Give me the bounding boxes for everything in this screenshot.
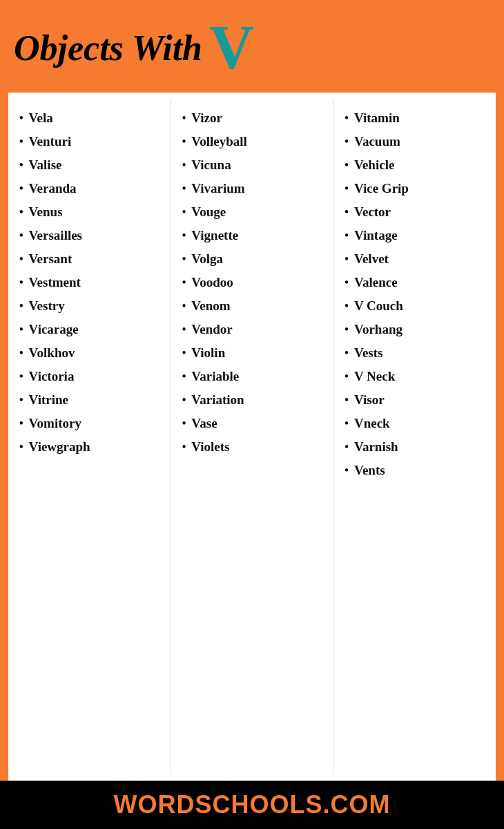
list-item: •Vizor xyxy=(182,106,328,130)
list-item: •Viewgraph xyxy=(19,435,165,459)
list-item: •Vivarium xyxy=(182,177,328,200)
bullet-icon: • xyxy=(182,112,186,124)
bullet-icon: • xyxy=(19,182,23,195)
bullet-icon: • xyxy=(345,112,349,124)
list-item: •Variation xyxy=(182,388,328,412)
bullet-icon: • xyxy=(182,159,186,171)
list-item: •Valence xyxy=(345,271,490,294)
list-item: •Vestry xyxy=(19,294,165,318)
list-item: •Victoria xyxy=(19,365,165,388)
list-item: •Vents xyxy=(345,459,490,482)
bullet-icon: • xyxy=(345,394,349,406)
bullet-icon: • xyxy=(182,135,186,148)
list-item-text: Violin xyxy=(191,345,225,361)
bullet-icon: • xyxy=(182,253,186,265)
list-item-text: Vivarium xyxy=(191,181,244,196)
list-item-text: Vents xyxy=(354,463,385,478)
list-item-text: Vacuum xyxy=(354,134,400,149)
list-item: •V Neck xyxy=(345,365,490,388)
list-item-text: Venom xyxy=(191,298,230,314)
list-item-text: Vests xyxy=(354,345,383,361)
bullet-icon: • xyxy=(345,370,349,383)
list-item-text: Vice Grip xyxy=(354,181,409,196)
list-item: •Violets xyxy=(182,435,328,459)
list-item: •Vehicle xyxy=(345,153,490,177)
bullet-icon: • xyxy=(19,394,23,406)
list-item: •Volga xyxy=(182,247,328,271)
list-item: •Volleyball xyxy=(182,130,328,153)
bullet-icon: • xyxy=(19,300,23,312)
list-item-text: Vouge xyxy=(191,204,226,220)
list-item: •Volkhov xyxy=(19,341,165,365)
list-item-text: Vehicle xyxy=(354,158,394,173)
list-item-text: V Neck xyxy=(354,369,395,384)
list-item-text: Vintage xyxy=(354,228,398,243)
header: Objects With V xyxy=(0,0,504,93)
list-item-text: Vitrine xyxy=(29,392,68,408)
list-item-text: Voodoo xyxy=(191,275,233,290)
list-item-text: Valise xyxy=(29,158,62,173)
bullet-icon: • xyxy=(345,347,349,359)
list-item-text: Variable xyxy=(191,369,239,384)
bullet-icon: • xyxy=(19,159,23,171)
bullet-icon: • xyxy=(182,441,186,453)
list-item: •Vneck xyxy=(345,412,490,435)
list-item: •Vitamin xyxy=(345,106,490,130)
header-title: Objects With xyxy=(14,28,202,68)
bullet-icon: • xyxy=(19,323,23,336)
list-item-text: Varnish xyxy=(354,439,398,455)
list-item: •Vector xyxy=(345,200,490,224)
list-item: •Variable xyxy=(182,365,328,388)
list-item-text: Vicuna xyxy=(191,158,231,173)
list-item-text: V Couch xyxy=(354,298,403,314)
list-item-text: Velvet xyxy=(354,251,389,267)
list-item-text: Vitamin xyxy=(354,111,400,126)
bullet-icon: • xyxy=(345,135,349,148)
bullet-icon: • xyxy=(345,253,349,265)
list-item-text: Viewgraph xyxy=(29,439,90,455)
list-item-text: Vendor xyxy=(191,322,232,337)
list-item-text: Volleyball xyxy=(191,134,247,149)
bullet-icon: • xyxy=(19,253,23,265)
list-item-text: Venturi xyxy=(29,134,72,149)
list-item-text: Versant xyxy=(29,251,72,267)
list-item-text: Valence xyxy=(354,275,398,290)
bullet-icon: • xyxy=(19,276,23,289)
bullet-icon: • xyxy=(19,441,23,453)
bullet-icon: • xyxy=(345,464,349,477)
list-item-text: Vestment xyxy=(29,275,81,290)
list-item: •Vomitory xyxy=(19,412,165,435)
list-item: •Vestment xyxy=(19,271,165,294)
bullet-icon: • xyxy=(19,417,23,430)
list-item: •Vicarage xyxy=(19,318,165,341)
bullet-icon: • xyxy=(345,441,349,453)
list-item: •Vitrine xyxy=(19,388,165,412)
list-item-text: Vestry xyxy=(29,298,65,314)
bullet-icon: • xyxy=(182,347,186,359)
bullet-icon: • xyxy=(19,229,23,242)
bullet-icon: • xyxy=(19,112,23,124)
list-item: •Violin xyxy=(182,341,328,365)
list-item-text: Vorhang xyxy=(354,322,403,337)
bullet-icon: • xyxy=(182,394,186,406)
list-item-text: Variation xyxy=(191,392,244,408)
list-item: •Vintage xyxy=(345,224,490,247)
list-item-text: Versailles xyxy=(29,228,82,243)
list-item-text: Visor xyxy=(354,392,385,408)
list-item: •Valise xyxy=(19,153,165,177)
list-item: •Versailles xyxy=(19,224,165,247)
list-item-text: Violets xyxy=(191,439,229,455)
list-item: •Vendor xyxy=(182,318,328,341)
list-item-text: Volkhov xyxy=(29,345,75,361)
list-item-text: Vignette xyxy=(191,228,238,243)
bullet-icon: • xyxy=(182,206,186,218)
column-2: •Vizor•Volleyball•Vicuna•Vivarium•Vouge•… xyxy=(171,99,334,774)
bullet-icon: • xyxy=(19,206,23,218)
list-item: •Vice Grip xyxy=(345,177,490,200)
bullet-icon: • xyxy=(345,182,349,195)
bullet-icon: • xyxy=(345,206,349,218)
list-item-text: Victoria xyxy=(29,369,75,384)
bullet-icon: • xyxy=(182,300,186,312)
bullet-icon: • xyxy=(182,229,186,242)
list-item-text: Veranda xyxy=(29,181,77,196)
